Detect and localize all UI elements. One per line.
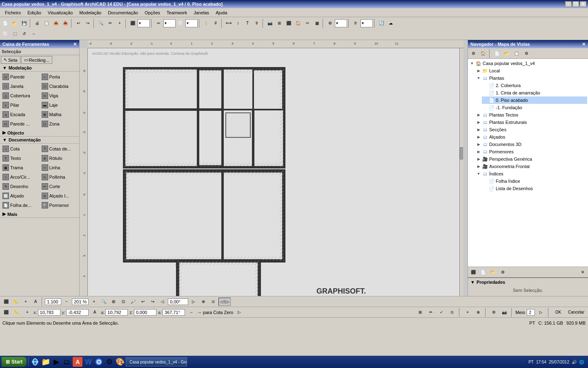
plot-button[interactable]: 📋 <box>42 19 51 28</box>
print-button[interactable]: 🖨 <box>33 19 42 28</box>
cb-btn-2[interactable]: 📐 <box>12 308 21 317</box>
cb-btn-a[interactable]: A <box>90 308 99 317</box>
nav-btn-settings[interactable]: ⚙ <box>522 49 531 58</box>
nav-bottom-btn-2[interactable]: 📄 <box>479 268 488 277</box>
cb-btn-arrow[interactable]: → <box>187 308 196 317</box>
arrow-select-tool[interactable]: ↖ Seta <box>1 56 20 64</box>
tool-viga[interactable]: ═ Viga <box>40 91 79 100</box>
bt-zoom-3[interactable]: ⊡ <box>119 297 128 306</box>
tool-corte[interactable]: ✂ Corte <box>40 182 79 191</box>
tb-btn-16[interactable]: Ir <box>252 19 261 28</box>
cb-btn-7[interactable]: ⚙ <box>489 308 498 317</box>
meio-value[interactable]: 2 <box>527 309 535 316</box>
mais-section[interactable]: ▶ Mais <box>0 211 79 218</box>
zoom-field[interactable]: 201 % <box>72 298 89 305</box>
cb-btn-8[interactable]: 📷 <box>500 308 509 317</box>
bt-origin[interactable]: ⊕ <box>199 297 208 306</box>
scrollbar-h[interactable]: ◁ ▷ <box>218 298 231 306</box>
start-button[interactable]: ⊞ Start <box>2 357 27 367</box>
tb-btn-8[interactable]: ⬛ <box>128 19 137 28</box>
save-button[interactable]: 💾 <box>20 19 29 28</box>
nav-bottom-btn-3[interactable]: 📂 <box>488 268 497 277</box>
tool-pollinha[interactable]: ∿ Pollinha <box>40 173 79 182</box>
view-btn-4[interactable]: → <box>29 29 38 38</box>
line-dropdown[interactable]: ▾ <box>163 19 176 27</box>
taskbar-archicad-app[interactable]: Casa popular vedos_1_v4 - Grap... <box>126 357 187 366</box>
bt-btn-4[interactable]: A <box>31 297 40 306</box>
cb-btn-6[interactable]: ⊕ <box>474 308 483 317</box>
tree-indices[interactable]: ▼ 🗂 Índices <box>475 170 587 177</box>
tree-plantas-estruturais[interactable]: ▶ 🗂 Plantas Estruturais <box>475 119 587 126</box>
tool-trama[interactable]: ▦ Trama <box>1 163 40 172</box>
taskbar-ie-icon[interactable] <box>30 357 40 367</box>
tb-btn-5[interactable]: 🔍 <box>96 19 105 28</box>
snap-dropdown[interactable]: ▾ <box>138 19 150 27</box>
bt-zoom-6[interactable]: ↪ <box>148 297 157 306</box>
tool-pilar[interactable]: ▪ Pilar <box>1 101 40 110</box>
rect-select-tool[interactable]: ▭ Rectâng... <box>21 56 52 64</box>
undo-button[interactable]: ↩ <box>74 19 83 28</box>
tool-escada[interactable]: ⬧ Escada <box>1 110 40 119</box>
tree-lista-desenhos[interactable]: 📄 Lista de Desenhos <box>482 185 587 192</box>
bt-origin2[interactable]: ⊙ <box>209 297 218 306</box>
nav-btn-1[interactable]: ⚙ <box>469 49 478 58</box>
tool-arco[interactable]: ○ Arco/Cir... <box>1 173 40 182</box>
cancelar-button[interactable]: Cancelar <box>566 308 586 317</box>
tool-cota[interactable]: ↔ Cota <box>1 144 40 153</box>
menu-edicao[interactable]: Edição <box>24 9 45 16</box>
tree-folha-indice[interactable]: 📄 Folha Índice <box>482 177 587 185</box>
cb-snap-1[interactable]: ⊞ <box>416 308 425 317</box>
tool-alcado-i[interactable]: ⊙ Alçado I... <box>40 191 79 200</box>
taskbar-app5-icon[interactable]: ⚙ <box>105 357 114 367</box>
tree-seccoes[interactable]: ▶ 🗂 Secções <box>475 126 587 133</box>
bt-angle-plus[interactable]: ▷ <box>189 297 198 306</box>
tb-btn-17[interactable]: 📷 <box>265 19 274 28</box>
angle-field[interactable]: 0,00° <box>168 298 188 305</box>
tb-btn-4[interactable]: 📥 <box>61 19 70 28</box>
tree-documentos-3d[interactable]: ▶ 🗂 Documentos 3D <box>475 141 587 148</box>
tree-perspectiva[interactable]: ▶ 🎥 Perspectiva Genérica <box>475 155 587 163</box>
bt-zoom-4[interactable]: 🔎 <box>129 297 138 306</box>
cb-btn-3[interactable]: + <box>23 308 32 317</box>
bt-btn-1[interactable]: ⬛ <box>2 297 11 306</box>
menu-ajuda[interactable]: Ajuda <box>212 9 230 16</box>
taskbar-app6-icon[interactable]: 🎨 <box>115 357 125 367</box>
nav-btn-new[interactable]: 📄 <box>492 49 501 58</box>
view-btn-1[interactable]: ⬜ <box>1 29 10 38</box>
taskbar-archicad-icon[interactable]: A <box>73 357 82 367</box>
tree-pormenores[interactable]: ▶ 🗂 Pormenores <box>475 148 587 155</box>
bt-btn-2[interactable]: 📐 <box>11 297 20 306</box>
tb-btn-7[interactable]: + <box>115 19 124 28</box>
redo-button[interactable]: ↪ <box>83 19 92 28</box>
menu-visualizacao[interactable]: Visualização <box>45 9 76 16</box>
tool-cobertura[interactable]: △ Cobertura <box>1 91 40 100</box>
view-btn-2[interactable]: ⬚ <box>10 29 19 38</box>
canvas-area[interactable]: -4 -3 -2 -1 0 1 2 3 4 5 6 7 8 9 10 11 <box>80 40 468 296</box>
menu-modelacao[interactable]: Modelação <box>76 9 105 16</box>
tb-btn-21[interactable]: ✂ <box>303 19 312 28</box>
nav-btn-open[interactable]: 📋 <box>512 49 521 58</box>
canvas-content[interactable]: ArchiCAD Versão Educação, não para reven… <box>88 48 463 296</box>
tb-btn-20[interactable]: 🏠 <box>294 19 303 28</box>
tb-btn-3[interactable]: 📤 <box>51 19 60 28</box>
taskbar-files-icon[interactable]: 🗂 <box>62 357 72 367</box>
nav-bottom-btn-1[interactable]: ⬛ <box>469 268 478 277</box>
taskbar-explorer-icon[interactable]: 📁 <box>41 357 51 367</box>
tb-btn-18[interactable]: ⊞ <box>275 19 284 28</box>
tree-alcados[interactable]: ▶ 🗂 Alçados <box>475 133 587 141</box>
settings-dropdown[interactable]: ▾ <box>335 19 347 27</box>
scale-field[interactable]: 1:100 <box>45 298 61 305</box>
scrollbar-thumb[interactable] <box>460 147 463 159</box>
menu-janelas[interactable]: Janelas <box>190 9 212 16</box>
bt-zoom-out[interactable]: − <box>62 297 71 306</box>
cb-btn-arrow2[interactable]: ▷ <box>235 308 244 317</box>
tool-pormenor[interactable]: 🔍 Pormenor <box>40 201 79 210</box>
tool-folha-de[interactable]: 📄 Folha de... <box>1 201 40 210</box>
navigator-close-button[interactable]: ✕ <box>582 42 586 47</box>
menu-teamwork[interactable]: Teamwork <box>163 9 190 16</box>
tool-claraboia[interactable]: ⬡ Clarabóia <box>40 82 79 91</box>
tb-btn-10[interactable]: ⬜ <box>176 19 185 28</box>
bt-btn-3[interactable]: + <box>21 297 30 306</box>
tool-cotas-de[interactable]: ⁱ² Cotas de... <box>40 144 79 153</box>
tree-axonometria[interactable]: ▶ 🎥 Axonometria Frontal <box>475 163 587 170</box>
